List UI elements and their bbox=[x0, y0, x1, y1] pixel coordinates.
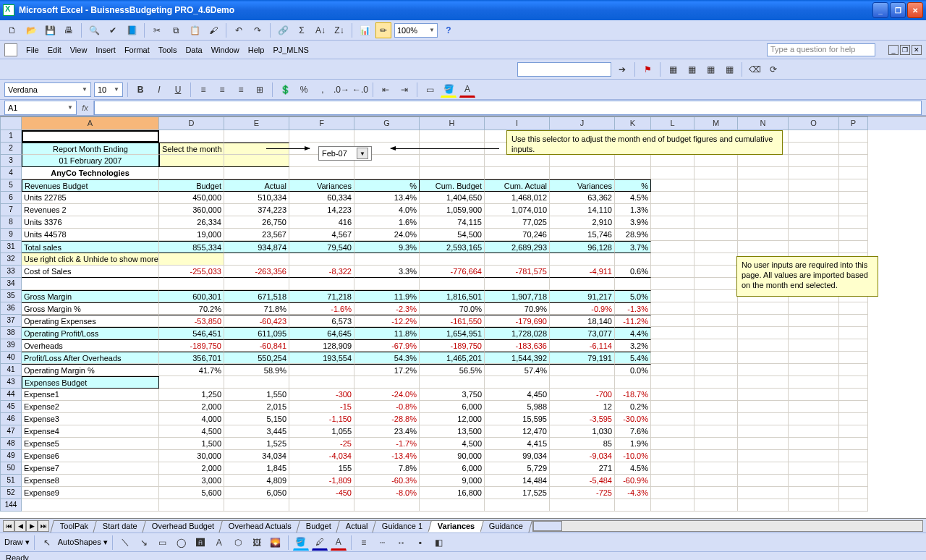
cell-value[interactable]: -1.7% bbox=[354, 438, 420, 450]
cell[interactable] bbox=[839, 302, 868, 315]
align-left-icon[interactable]: ≡ bbox=[195, 82, 211, 98]
cell[interactable] bbox=[694, 327, 738, 339]
cell-value[interactable]: 2,689,293 bbox=[485, 241, 550, 253]
cell-value[interactable]: -12.2% bbox=[354, 315, 420, 327]
col-header-E[interactable]: E bbox=[224, 116, 289, 130]
cell-value[interactable]: 671,518 bbox=[224, 290, 289, 302]
cell[interactable] bbox=[789, 179, 839, 192]
row-header[interactable]: 39 bbox=[0, 339, 22, 352]
cell[interactable] bbox=[694, 475, 738, 487]
cell[interactable] bbox=[789, 376, 839, 389]
cell-value[interactable]: -700 bbox=[550, 389, 615, 401]
row-header[interactable]: 51 bbox=[0, 475, 22, 487]
cell-value[interactable]: 70.9% bbox=[485, 302, 550, 315]
cell[interactable] bbox=[789, 487, 839, 499]
cell[interactable] bbox=[694, 155, 738, 167]
cell[interactable] bbox=[694, 204, 738, 216]
cell-value[interactable]: 600,301 bbox=[159, 290, 224, 302]
cell-value[interactable]: 7.6% bbox=[615, 425, 651, 438]
cell[interactable] bbox=[550, 155, 615, 167]
cell[interactable] bbox=[839, 327, 868, 339]
row-label[interactable]: Expense7 bbox=[22, 462, 159, 475]
cell[interactable] bbox=[485, 253, 550, 266]
cell-value[interactable]: 71,218 bbox=[289, 290, 354, 302]
textbox-icon[interactable]: 🅰 bbox=[192, 535, 208, 551]
cell-value[interactable]: 16,800 bbox=[420, 487, 485, 499]
cell-value[interactable]: -5,484 bbox=[550, 475, 615, 487]
cell-value[interactable]: 5,729 bbox=[485, 462, 550, 475]
cell[interactable] bbox=[651, 302, 694, 315]
cell[interactable] bbox=[694, 364, 738, 376]
cell[interactable] bbox=[839, 413, 868, 425]
cell[interactable] bbox=[738, 216, 789, 229]
cell-value[interactable]: 6,050 bbox=[224, 487, 289, 499]
cell[interactable] bbox=[651, 266, 694, 278]
clipart-icon[interactable]: 🖼 bbox=[249, 535, 265, 551]
cell[interactable] bbox=[789, 315, 839, 327]
grid3-icon[interactable]: ▦ bbox=[702, 61, 718, 77]
cell[interactable] bbox=[615, 499, 651, 512]
cell-value[interactable] bbox=[289, 364, 354, 376]
cell-value[interactable]: 5,150 bbox=[224, 413, 289, 425]
cell[interactable] bbox=[224, 253, 289, 266]
cell[interactable] bbox=[694, 179, 738, 192]
cell[interactable] bbox=[289, 499, 354, 512]
row-label[interactable]: Expense4 bbox=[22, 425, 159, 438]
row-label[interactable]: Revenues 2 bbox=[22, 204, 159, 216]
wordart-icon[interactable]: A bbox=[211, 535, 227, 551]
cell-value[interactable]: 26,750 bbox=[224, 216, 289, 229]
cell[interactable] bbox=[651, 376, 694, 389]
row-header[interactable]: 4 bbox=[0, 167, 22, 179]
cell[interactable] bbox=[651, 462, 694, 475]
cell-value[interactable]: 155 bbox=[289, 462, 354, 475]
increase-indent-icon[interactable]: ⇥ bbox=[396, 82, 412, 98]
cell[interactable] bbox=[839, 339, 868, 352]
cell[interactable] bbox=[420, 130, 485, 143]
cell[interactable] bbox=[789, 364, 839, 376]
menu-file[interactable]: File bbox=[22, 44, 43, 56]
cell[interactable] bbox=[289, 130, 354, 143]
cell[interactable] bbox=[420, 278, 485, 290]
cell-value[interactable]: 1,845 bbox=[224, 462, 289, 475]
cell[interactable] bbox=[354, 499, 420, 512]
cell-value[interactable]: 12 bbox=[550, 401, 615, 413]
cell-value[interactable]: 1.9% bbox=[615, 438, 651, 450]
cell[interactable] bbox=[159, 278, 224, 290]
cell-value[interactable]: 23,567 bbox=[224, 229, 289, 241]
cell[interactable]: Cum. Actual bbox=[485, 179, 550, 192]
sheet-tab-guidance[interactable]: Guidance bbox=[479, 520, 532, 533]
cell-value[interactable]: -1,809 bbox=[289, 475, 354, 487]
cell-value[interactable]: 5.0% bbox=[615, 290, 651, 302]
tab-first-button[interactable]: ⏮ bbox=[3, 520, 14, 532]
cell[interactable] bbox=[839, 143, 868, 155]
arrow-icon[interactable]: ↘ bbox=[136, 535, 152, 551]
col-header-M[interactable]: M bbox=[694, 116, 738, 130]
cell[interactable] bbox=[738, 241, 789, 253]
cell-value[interactable]: 416 bbox=[289, 216, 354, 229]
cell-value[interactable]: -6,114 bbox=[550, 339, 615, 352]
cell[interactable] bbox=[839, 499, 868, 512]
line-color-icon[interactable]: 🖊 bbox=[312, 535, 328, 551]
line-style-icon[interactable]: ≡ bbox=[356, 535, 372, 551]
cell[interactable] bbox=[694, 438, 738, 450]
cell[interactable] bbox=[839, 376, 868, 389]
cell-value[interactable]: 4,450 bbox=[485, 389, 550, 401]
flag-icon[interactable]: ⚑ bbox=[640, 61, 655, 77]
fill-color-draw-icon[interactable]: 🪣 bbox=[293, 535, 309, 551]
cell-value[interactable]: 1,550 bbox=[224, 389, 289, 401]
cell-value[interactable]: 360,000 bbox=[159, 204, 224, 216]
cell[interactable] bbox=[789, 229, 839, 241]
cell[interactable] bbox=[738, 229, 789, 241]
sort-asc-icon[interactable]: A↓ bbox=[313, 22, 328, 38]
cell[interactable] bbox=[738, 364, 789, 376]
sheet-tab-guidance-1[interactable]: Guidance 1 bbox=[373, 520, 433, 533]
cell-value[interactable]: 54.3% bbox=[354, 352, 420, 364]
cell[interactable] bbox=[550, 499, 615, 512]
font-size-combo[interactable]: 10▼ bbox=[94, 82, 123, 97]
cut-icon[interactable]: ✂ bbox=[149, 22, 165, 38]
sheet-tab-budget[interactable]: Budget bbox=[296, 520, 340, 533]
tab-next-button[interactable]: ▶ bbox=[26, 520, 38, 532]
cell[interactable] bbox=[224, 130, 289, 143]
cell[interactable] bbox=[420, 167, 485, 179]
menu-view[interactable]: View bbox=[66, 44, 92, 56]
